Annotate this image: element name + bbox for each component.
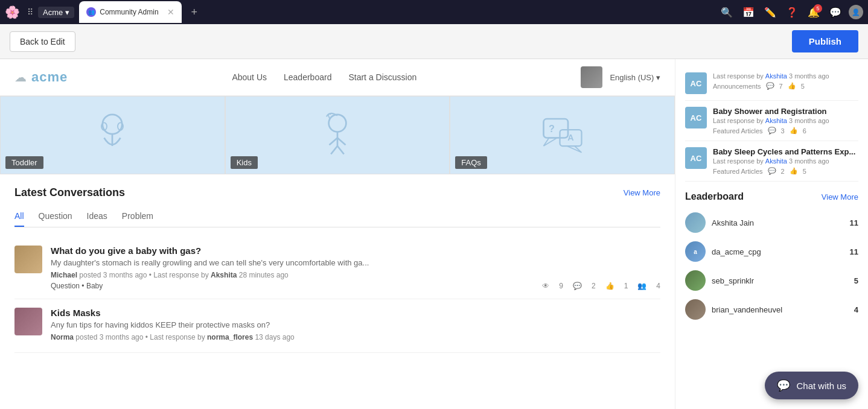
conversation-meta-1: Michael posted 3 months ago • Last respo… — [51, 271, 660, 279]
lb-avatar-akshita — [685, 212, 706, 233]
lb-avatar-brian — [685, 299, 706, 320]
toddler-label: Toddler — [5, 156, 43, 169]
faqs-label: FAQs — [455, 156, 487, 169]
conversation-responder-1: Akshita — [211, 271, 237, 279]
lb-score-4: 4 — [854, 305, 858, 314]
chat-label: Chat with us — [796, 381, 846, 391]
leaderboard-item-1: Akshita Jain 11 — [685, 208, 858, 237]
activity-body-1: Last response by Akshita 3 months ago An… — [713, 72, 858, 94]
recent-activity-list: AC Last response by Akshita 3 months ago… — [685, 66, 858, 182]
views-icon: 👁 — [542, 282, 549, 290]
nav-link-start-discussion[interactable]: Start a Discussion — [348, 72, 416, 82]
conversation-title-2[interactable]: Kids Masks — [51, 308, 660, 318]
activity-item-3: AC Baby Sleep Cycles and Patterns Exp...… — [685, 141, 858, 182]
leaderboard-item-2: a da_acme_cpg 11 — [685, 237, 858, 266]
activity-subtitle-1: Last response by Akshita 3 months ago — [713, 72, 858, 80]
chrome-logo-icon: 🌸 — [5, 5, 20, 19]
activity-subtitle-2: Last response by Akshita 3 months ago — [713, 117, 858, 124]
category-card-faqs[interactable]: ? A FAQs — [450, 96, 675, 174]
conversation-excerpt-2: Any fun tips for having kiddos KEEP thei… — [51, 320, 401, 329]
activity-title-3[interactable]: Baby Sleep Cycles and Patterns Exp... — [713, 147, 858, 156]
chrome-chat-icon[interactable]: 💬 — [829, 7, 841, 18]
leaderboard-header: Leaderboard View More — [685, 191, 858, 202]
editor-action-bar: Back to Edit Publish — [0, 24, 868, 59]
site-nav-right: English (US) ▾ — [581, 66, 660, 88]
language-selector[interactable]: English (US) ▾ — [610, 73, 660, 82]
svg-line-8 — [331, 146, 337, 154]
lb-name-2: da_acme_cpg — [712, 247, 844, 256]
conversation-meta-2: Norma posted 3 months ago • Last respons… — [51, 333, 660, 341]
category-card-kids[interactable]: Kids — [225, 96, 450, 174]
conversation-item-2: Kids Masks Any fun tips for having kiddo… — [14, 299, 660, 353]
conversations-title: Latest Conversations — [14, 186, 125, 199]
activity-avatar-3: AC — [685, 147, 707, 169]
activity-stats-3: Featured Articles 💬 2 👍 5 — [713, 167, 858, 175]
tab-all[interactable]: All — [14, 206, 24, 227]
svg-text:?: ? — [549, 123, 555, 134]
svg-line-9 — [337, 146, 344, 154]
back-to-edit-button[interactable]: Back to Edit — [10, 31, 75, 52]
leaderboard-view-more[interactable]: View More — [822, 192, 858, 201]
tab-favicon: 👥 — [86, 7, 96, 17]
activity-body-3: Baby Sleep Cycles and Patterns Exp... La… — [713, 147, 858, 175]
category-cards: Toddler Kids — [0, 96, 675, 174]
chrome-app-name[interactable]: Acme ▾ — [38, 7, 74, 18]
conversation-stats-1: 👁 9 💬 2 👍 1 👥 4 — [542, 282, 660, 290]
activity-category-1: Announcements — [713, 83, 761, 90]
conversation-footer-1: Question • Baby 👁 9 💬 2 👍 1 👥 4 — [51, 282, 660, 290]
nav-link-about[interactable]: About Us — [232, 72, 267, 82]
chat-bubble-icon: 💬 — [777, 379, 790, 392]
chrome-tab-community-admin[interactable]: 👥 Community Admin ✕ — [79, 1, 181, 23]
lb-avatar-da-acme: a — [685, 241, 706, 262]
tab-problem[interactable]: Problem — [122, 206, 153, 227]
tab-question[interactable]: Question — [39, 206, 72, 227]
conversation-responder-2: norma_flores — [207, 333, 253, 341]
conversation-body-2: Kids Masks Any fun tips for having kiddo… — [51, 308, 660, 344]
svg-rect-10 — [543, 119, 568, 138]
chrome-notifications-icon[interactable]: 🔔 5 — [808, 7, 820, 18]
svg-point-4 — [329, 115, 346, 132]
activity-stats-1: Announcements 💬 7 👍 5 — [713, 82, 858, 90]
activity-item-2: AC Baby Shower and Registration Last res… — [685, 101, 858, 141]
conversations-view-more[interactable]: View More — [624, 188, 660, 197]
chrome-user-avatar[interactable]: 👤 — [849, 5, 863, 19]
leaderboard-title: Leaderboard — [685, 191, 744, 202]
lb-score-3: 5 — [854, 276, 858, 285]
conversation-author-2: Norma — [51, 333, 74, 341]
conversation-item: What do you give a baby with gas? My dau… — [14, 237, 660, 299]
content-area: ☁ acme About Us Leaderboard Start a Disc… — [0, 59, 675, 409]
site-nav-links: About Us Leaderboard Start a Discussion — [232, 72, 416, 82]
comment-icon-2: 💬 — [768, 127, 776, 135]
chrome-calendar-icon[interactable]: 📅 — [742, 7, 755, 18]
conversation-title-1[interactable]: What do you give a baby with gas? — [51, 246, 660, 256]
chrome-search-icon[interactable]: 🔍 — [721, 7, 733, 18]
chrome-grid-icon[interactable]: ⠿ — [27, 7, 33, 17]
tab-ideas[interactable]: Ideas — [87, 206, 107, 227]
publish-button[interactable]: Publish — [792, 30, 858, 52]
nav-link-leaderboard[interactable]: Leaderboard — [284, 72, 331, 82]
category-card-toddler[interactable]: Toddler — [0, 96, 225, 174]
activity-avatar-2: AC — [685, 107, 707, 128]
faqs-icon: ? A — [535, 108, 590, 162]
new-tab-button[interactable]: + — [187, 4, 203, 21]
svg-line-7 — [337, 138, 346, 145]
conversation-excerpt-1: My daughter's stomach is really growling… — [51, 258, 401, 267]
site-logo: ☁ acme — [14, 69, 68, 85]
lb-name-3: seb_sprinklr — [712, 276, 848, 285]
chat-widget[interactable]: 💬 Chat with us — [765, 372, 858, 399]
chrome-help-icon[interactable]: ❓ — [786, 7, 798, 18]
activity-item-1: AC Last response by Akshita 3 months ago… — [685, 66, 858, 101]
conversation-author-1: Michael — [51, 271, 77, 279]
main-container: ☁ acme About Us Leaderboard Start a Disc… — [0, 59, 868, 409]
like-icon-2: 👍 — [790, 127, 798, 135]
participants-count: 4 — [656, 282, 660, 290]
chrome-edit-icon[interactable]: ✏️ — [764, 7, 776, 18]
tab-close-icon[interactable]: ✕ — [167, 7, 174, 17]
nav-user-avatar[interactable] — [581, 66, 602, 88]
lb-score-1: 11 — [850, 218, 858, 227]
leaderboard-item-3: seb_sprinklr 5 — [685, 266, 858, 295]
conversations-section: Latest Conversations View More All Quest… — [0, 174, 675, 353]
activity-body-2: Baby Shower and Registration Last respon… — [713, 107, 858, 135]
category-card-bg-kids — [226, 97, 450, 174]
activity-title-2[interactable]: Baby Shower and Registration — [713, 107, 858, 116]
